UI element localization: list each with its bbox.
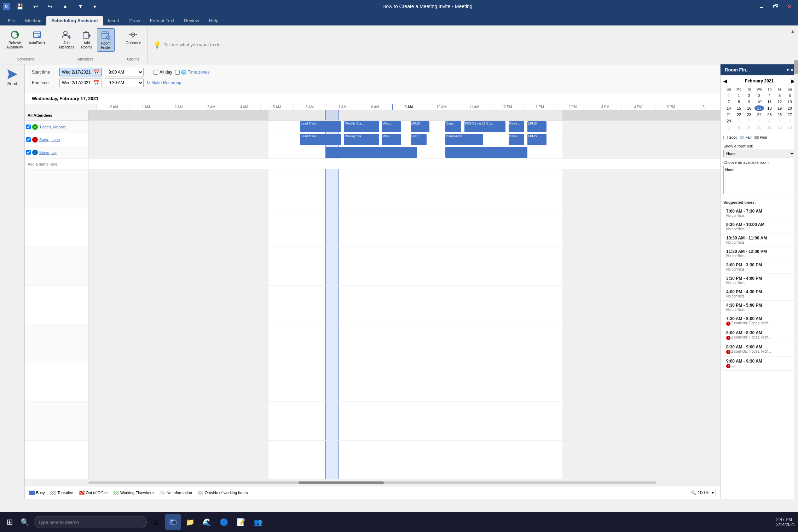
save-button[interactable]: 💾 — [13, 2, 27, 11]
calendar-day[interactable]: 1 — [734, 118, 744, 124]
calendar-day[interactable]: 28 — [724, 118, 734, 124]
calendar-day[interactable]: 10 — [754, 99, 764, 105]
redo-button[interactable]: ↪ — [44, 2, 56, 11]
attendee-name-ebner[interactable]: Ebner, Ivy — [39, 150, 57, 155]
taskbar-teams-icon[interactable]: 👥 — [250, 514, 266, 530]
calendar-day[interactable]: 6 — [785, 93, 794, 98]
suggested-time-item[interactable]: 3:00 PM - 3:30 PMNo conflicts — [723, 260, 795, 274]
calendar-day[interactable]: 5 — [775, 93, 785, 98]
zoom-dropdown-button[interactable]: ▾ — [710, 489, 716, 496]
taskbar-word-icon[interactable]: 📝 — [233, 514, 249, 530]
calendar-day[interactable]: 9 — [745, 99, 754, 105]
search-taskbar-icon[interactable]: 🔍 — [18, 516, 32, 528]
tab-file[interactable]: File — [3, 16, 20, 25]
suggested-time-item[interactable]: 4:00 PM - 4:30 PMNo conflicts — [723, 287, 795, 301]
minimize-button[interactable]: 🗕 — [755, 2, 768, 11]
calendar-day[interactable]: 25 — [765, 112, 774, 117]
tab-format-text[interactable]: Format Text — [145, 16, 179, 25]
start-button[interactable]: ⊞ — [3, 515, 16, 529]
taskbar-outlook-icon[interactable]: O — [165, 514, 181, 530]
start-date-input[interactable]: Wed 2/17/2021 📅 — [59, 68, 102, 76]
attendee-name-tigges[interactable]: Tigges, Nichole — [39, 125, 66, 129]
calendar-day[interactable]: 12 — [775, 125, 785, 130]
calendar-day[interactable]: 10 — [754, 125, 764, 130]
suggested-time-item[interactable]: 7:30 AM - 8:00 AM!2 conflicts: Tigges, N… — [723, 314, 795, 328]
calendar-day[interactable]: 3 — [754, 93, 764, 98]
calendar-day[interactable]: 7 — [724, 125, 734, 130]
room-finder-dropdown-button[interactable]: ▾ — [787, 68, 789, 73]
calendar-day[interactable]: 8 — [734, 125, 744, 130]
maximize-button[interactable]: 🗗 — [769, 2, 782, 11]
calendar-day[interactable]: 6 — [785, 118, 794, 124]
calendar-day[interactable]: 26 — [775, 112, 785, 117]
suggested-time-item[interactable]: 9:30 AM - 10:00 AMNo conflicts — [723, 220, 795, 233]
room-finder-button[interactable]: RoomFinder — [97, 28, 115, 52]
calendar-day[interactable]: 24 — [754, 112, 764, 117]
taskbar-search[interactable]: Type here to search — [34, 516, 147, 528]
calendar-day[interactable]: 20 — [785, 105, 794, 111]
calendar-day[interactable]: 3 — [754, 118, 764, 124]
tab-review[interactable]: Review — [179, 16, 204, 25]
calendar-day[interactable]: 11 — [765, 99, 774, 105]
calendar-end-icon[interactable]: 📅 — [93, 80, 99, 86]
calendar-day[interactable]: 8 — [734, 99, 744, 105]
suggested-time-item[interactable]: 10:30 AM - 11:00 AMNo conflicts — [723, 233, 795, 247]
calendar-day[interactable]: 11 — [765, 125, 774, 130]
add-name-input[interactable] — [25, 162, 88, 166]
calendar-day[interactable]: 5 — [775, 118, 785, 124]
undo-button[interactable]: ↩ — [30, 2, 41, 11]
calendar-day[interactable]: 1 — [734, 93, 744, 98]
room-finder-scrollbar[interactable] — [794, 64, 798, 499]
time-zones-checkbox[interactable] — [175, 70, 180, 75]
send-button[interactable]: Send — [7, 69, 18, 86]
calendar-day[interactable]: 16 — [745, 105, 754, 111]
calendar-day[interactable]: 4 — [765, 93, 774, 98]
suggested-time-item[interactable]: 4:30 PM - 5:00 PMNo conflicts — [723, 301, 795, 314]
customize-button[interactable]: ▾ — [90, 2, 100, 11]
calendar-day[interactable]: 15 — [734, 105, 744, 111]
down-button[interactable]: ▼ — [74, 2, 87, 11]
calendar-day[interactable]: 12 — [775, 99, 785, 105]
calendar-day[interactable]: 31 — [724, 93, 734, 98]
refresh-availability-button[interactable]: RefreshAvailability — [4, 28, 25, 51]
taskbar-task-view[interactable]: ⧉ — [148, 514, 164, 530]
suggested-time-item[interactable]: 8:30 AM - 9:00 AM!2 conflicts: Tigges, N… — [723, 342, 795, 357]
tab-insert[interactable]: Insert — [103, 16, 125, 25]
calendar-day[interactable]: 17 — [754, 105, 764, 111]
calendar-day[interactable]: 23 — [745, 112, 754, 117]
horizontal-scrollbar[interactable] — [25, 479, 720, 486]
make-recurring-button[interactable]: ↻ Make Recurring — [146, 80, 181, 85]
tab-draw[interactable]: Draw — [124, 16, 145, 25]
suggested-time-item[interactable]: 8:00 AM - 8:30 AM!2 conflicts: Tigges, N… — [723, 328, 795, 342]
calendar-day[interactable]: 2 — [745, 93, 754, 98]
calendar-day[interactable]: 21 — [724, 112, 734, 117]
start-time-select[interactable]: 9:00 AM 9:30 AM 10:00 AM — [105, 68, 144, 76]
suggested-time-item[interactable]: 7:00 AM - 7:30 AMNo conflicts — [723, 207, 795, 220]
attendee-checkbox-ebner[interactable] — [26, 150, 31, 155]
calendar-day[interactable]: 19 — [775, 105, 785, 111]
tab-meeting[interactable]: Meeting — [20, 16, 46, 25]
calendar-day[interactable]: 4 — [765, 118, 774, 124]
close-button[interactable]: ✕ — [783, 2, 795, 11]
autopick-button[interactable]: AutoPick ▾ — [27, 28, 47, 46]
taskbar-chrome-icon[interactable]: 🔵 — [216, 514, 232, 530]
add-attendees-button[interactable]: AddAttendees — [56, 28, 76, 51]
attendee-checkbox-burke[interactable] — [26, 137, 31, 142]
suggested-time-item[interactable]: 3:30 PM - 4:00 PMNo conflicts — [723, 274, 795, 287]
calendar-day[interactable]: 7 — [724, 99, 734, 105]
end-date-input[interactable]: Wed 2/17/2021 📅 — [59, 79, 102, 87]
tab-scheduling[interactable]: Scheduling Assistant — [46, 16, 103, 25]
taskbar-explorer-icon[interactable]: 📁 — [182, 514, 198, 530]
calendar-day[interactable]: 13 — [785, 99, 794, 105]
end-time-select[interactable]: 9:30 AM 10:00 AM 10:30 AM — [105, 79, 144, 87]
tab-help[interactable]: Help — [204, 16, 224, 25]
options-button[interactable]: Options ▾ — [123, 28, 143, 46]
all-day-checkbox[interactable] — [154, 70, 158, 75]
tell-me-input[interactable] — [164, 42, 785, 47]
calendar-day[interactable]: 22 — [734, 112, 744, 117]
calendar-day[interactable]: 14 — [724, 105, 734, 111]
calendar-day[interactable]: 13 — [785, 125, 794, 130]
add-rooms-button[interactable]: AddRooms — [78, 28, 96, 51]
calendar-day[interactable]: 2 — [745, 118, 754, 124]
prev-month-button[interactable]: ◀ — [723, 78, 727, 84]
